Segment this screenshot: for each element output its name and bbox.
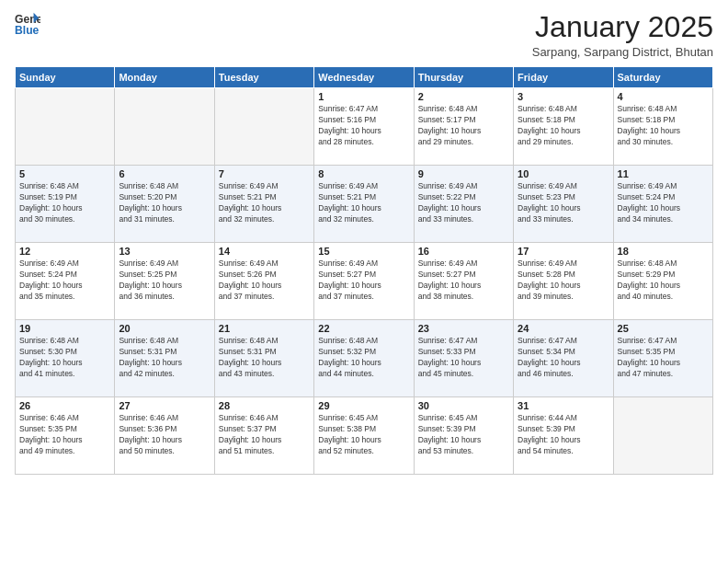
day-info: Sunrise: 6:49 AM Sunset: 5:28 PM Dayligh… bbox=[518, 259, 609, 303]
day-number: 11 bbox=[618, 168, 709, 179]
table-row: 27Sunrise: 6:46 AM Sunset: 5:36 PM Dayli… bbox=[115, 397, 214, 475]
table-row bbox=[115, 88, 214, 166]
day-info: Sunrise: 6:48 AM Sunset: 5:19 PM Dayligh… bbox=[19, 181, 110, 225]
day-number: 19 bbox=[19, 323, 110, 334]
day-info: Sunrise: 6:49 AM Sunset: 5:24 PM Dayligh… bbox=[19, 259, 110, 303]
day-info: Sunrise: 6:48 AM Sunset: 5:20 PM Dayligh… bbox=[119, 181, 210, 225]
table-row: 31Sunrise: 6:44 AM Sunset: 5:39 PM Dayli… bbox=[514, 397, 613, 475]
day-info: Sunrise: 6:49 AM Sunset: 5:24 PM Dayligh… bbox=[618, 181, 709, 225]
day-info: Sunrise: 6:47 AM Sunset: 5:35 PM Dayligh… bbox=[618, 336, 709, 380]
table-row: 29Sunrise: 6:45 AM Sunset: 5:38 PM Dayli… bbox=[314, 397, 414, 475]
day-info: Sunrise: 6:48 AM Sunset: 5:18 PM Dayligh… bbox=[618, 104, 709, 148]
table-row: 12Sunrise: 6:49 AM Sunset: 5:24 PM Dayli… bbox=[16, 243, 115, 320]
day-number: 10 bbox=[518, 168, 609, 179]
day-number: 15 bbox=[318, 246, 409, 257]
day-info: Sunrise: 6:48 AM Sunset: 5:30 PM Dayligh… bbox=[19, 336, 110, 380]
header-friday: Friday bbox=[514, 67, 613, 88]
day-number: 27 bbox=[119, 400, 210, 411]
table-row: 9Sunrise: 6:49 AM Sunset: 5:22 PM Daylig… bbox=[414, 166, 513, 243]
table-row: 6Sunrise: 6:48 AM Sunset: 5:20 PM Daylig… bbox=[115, 166, 214, 243]
day-info: Sunrise: 6:48 AM Sunset: 5:18 PM Dayligh… bbox=[518, 104, 609, 148]
header-saturday: Saturday bbox=[613, 67, 712, 88]
day-info: Sunrise: 6:44 AM Sunset: 5:39 PM Dayligh… bbox=[518, 413, 609, 457]
day-number: 26 bbox=[19, 400, 110, 411]
day-number: 20 bbox=[119, 323, 210, 334]
table-row: 7Sunrise: 6:49 AM Sunset: 5:21 PM Daylig… bbox=[214, 166, 313, 243]
table-row bbox=[16, 88, 115, 166]
day-info: Sunrise: 6:45 AM Sunset: 5:38 PM Dayligh… bbox=[318, 413, 409, 457]
table-row: 8Sunrise: 6:49 AM Sunset: 5:21 PM Daylig… bbox=[314, 166, 414, 243]
day-number: 18 bbox=[618, 246, 709, 257]
table-row bbox=[214, 88, 313, 166]
header-thursday: Thursday bbox=[414, 67, 513, 88]
table-row: 22Sunrise: 6:48 AM Sunset: 5:32 PM Dayli… bbox=[314, 320, 414, 397]
day-number: 30 bbox=[418, 400, 509, 411]
table-row: 5Sunrise: 6:48 AM Sunset: 5:19 PM Daylig… bbox=[16, 166, 115, 243]
location-title: Sarpang, Sarpang District, Bhutan bbox=[532, 45, 713, 59]
day-number: 4 bbox=[618, 91, 709, 102]
day-number: 7 bbox=[219, 168, 310, 179]
day-number: 2 bbox=[418, 91, 509, 102]
day-info: Sunrise: 6:49 AM Sunset: 5:22 PM Dayligh… bbox=[418, 181, 509, 225]
month-year-title: January 2025 bbox=[532, 11, 713, 43]
day-info: Sunrise: 6:45 AM Sunset: 5:39 PM Dayligh… bbox=[418, 413, 509, 457]
table-row: 2Sunrise: 6:48 AM Sunset: 5:17 PM Daylig… bbox=[414, 88, 513, 166]
header-monday: Monday bbox=[115, 67, 214, 88]
weekday-header-row: Sunday Monday Tuesday Wednesday Thursday… bbox=[16, 67, 713, 88]
day-info: Sunrise: 6:47 AM Sunset: 5:16 PM Dayligh… bbox=[318, 104, 409, 148]
table-row: 10Sunrise: 6:49 AM Sunset: 5:23 PM Dayli… bbox=[514, 166, 613, 243]
header-tuesday: Tuesday bbox=[214, 67, 313, 88]
day-number: 21 bbox=[219, 323, 310, 334]
day-number: 12 bbox=[19, 246, 110, 257]
day-info: Sunrise: 6:49 AM Sunset: 5:27 PM Dayligh… bbox=[318, 259, 409, 303]
calendar-week-row: 12Sunrise: 6:49 AM Sunset: 5:24 PM Dayli… bbox=[16, 243, 713, 320]
table-row: 24Sunrise: 6:47 AM Sunset: 5:34 PM Dayli… bbox=[514, 320, 613, 397]
calendar-week-row: 5Sunrise: 6:48 AM Sunset: 5:19 PM Daylig… bbox=[16, 166, 713, 243]
table-row: 26Sunrise: 6:46 AM Sunset: 5:35 PM Dayli… bbox=[16, 397, 115, 475]
table-row: 15Sunrise: 6:49 AM Sunset: 5:27 PM Dayli… bbox=[314, 243, 414, 320]
day-number: 13 bbox=[119, 246, 210, 257]
table-row: 14Sunrise: 6:49 AM Sunset: 5:26 PM Dayli… bbox=[214, 243, 313, 320]
day-info: Sunrise: 6:48 AM Sunset: 5:29 PM Dayligh… bbox=[618, 259, 709, 303]
logo: General Blue bbox=[15, 11, 40, 37]
svg-text:Blue: Blue bbox=[15, 24, 40, 37]
day-number: 16 bbox=[418, 246, 509, 257]
day-info: Sunrise: 6:48 AM Sunset: 5:32 PM Dayligh… bbox=[318, 336, 409, 380]
day-number: 8 bbox=[318, 168, 409, 179]
day-info: Sunrise: 6:46 AM Sunset: 5:37 PM Dayligh… bbox=[219, 413, 310, 457]
day-info: Sunrise: 6:46 AM Sunset: 5:35 PM Dayligh… bbox=[19, 413, 110, 457]
calendar-table: Sunday Monday Tuesday Wednesday Thursday… bbox=[15, 66, 713, 475]
table-row: 3Sunrise: 6:48 AM Sunset: 5:18 PM Daylig… bbox=[514, 88, 613, 166]
day-info: Sunrise: 6:46 AM Sunset: 5:36 PM Dayligh… bbox=[119, 413, 210, 457]
table-row: 25Sunrise: 6:47 AM Sunset: 5:35 PM Dayli… bbox=[613, 320, 712, 397]
day-number: 24 bbox=[518, 323, 609, 334]
table-row bbox=[613, 397, 712, 475]
day-info: Sunrise: 6:47 AM Sunset: 5:33 PM Dayligh… bbox=[418, 336, 509, 380]
day-info: Sunrise: 6:49 AM Sunset: 5:25 PM Dayligh… bbox=[119, 259, 210, 303]
day-info: Sunrise: 6:49 AM Sunset: 5:23 PM Dayligh… bbox=[518, 181, 609, 225]
table-row: 13Sunrise: 6:49 AM Sunset: 5:25 PM Dayli… bbox=[115, 243, 214, 320]
calendar-week-row: 26Sunrise: 6:46 AM Sunset: 5:35 PM Dayli… bbox=[16, 397, 713, 475]
page-header: General Blue January 2025 Sarpang, Sarpa… bbox=[15, 11, 713, 59]
table-row: 23Sunrise: 6:47 AM Sunset: 5:33 PM Dayli… bbox=[414, 320, 513, 397]
day-number: 23 bbox=[418, 323, 509, 334]
day-info: Sunrise: 6:48 AM Sunset: 5:17 PM Dayligh… bbox=[418, 104, 509, 148]
day-info: Sunrise: 6:49 AM Sunset: 5:21 PM Dayligh… bbox=[318, 181, 409, 225]
day-number: 17 bbox=[518, 246, 609, 257]
day-info: Sunrise: 6:48 AM Sunset: 5:31 PM Dayligh… bbox=[119, 336, 210, 380]
header-sunday: Sunday bbox=[16, 67, 115, 88]
day-info: Sunrise: 6:49 AM Sunset: 5:21 PM Dayligh… bbox=[219, 181, 310, 225]
day-info: Sunrise: 6:47 AM Sunset: 5:34 PM Dayligh… bbox=[518, 336, 609, 380]
header-wednesday: Wednesday bbox=[314, 67, 414, 88]
day-info: Sunrise: 6:48 AM Sunset: 5:31 PM Dayligh… bbox=[219, 336, 310, 380]
day-number: 29 bbox=[318, 400, 409, 411]
table-row: 18Sunrise: 6:48 AM Sunset: 5:29 PM Dayli… bbox=[613, 243, 712, 320]
table-row: 21Sunrise: 6:48 AM Sunset: 5:31 PM Dayli… bbox=[214, 320, 313, 397]
day-number: 1 bbox=[318, 91, 409, 102]
table-row: 28Sunrise: 6:46 AM Sunset: 5:37 PM Dayli… bbox=[214, 397, 313, 475]
day-number: 5 bbox=[19, 168, 110, 179]
table-row: 4Sunrise: 6:48 AM Sunset: 5:18 PM Daylig… bbox=[613, 88, 712, 166]
table-row: 30Sunrise: 6:45 AM Sunset: 5:39 PM Dayli… bbox=[414, 397, 513, 475]
table-row: 17Sunrise: 6:49 AM Sunset: 5:28 PM Dayli… bbox=[514, 243, 613, 320]
day-info: Sunrise: 6:49 AM Sunset: 5:26 PM Dayligh… bbox=[219, 259, 310, 303]
